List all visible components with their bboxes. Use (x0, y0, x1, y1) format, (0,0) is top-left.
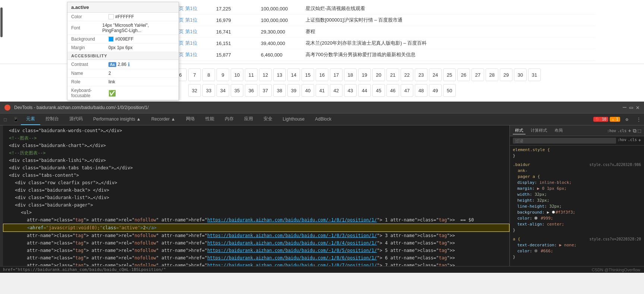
page-button[interactable]: 33 (202, 84, 215, 97)
device-toolbar-button[interactable]: 📱 (10, 114, 21, 125)
page-button[interactable]: 19 (358, 68, 371, 81)
html-line[interactable]: <!--历史图表--> (3, 149, 509, 157)
html-line[interactable]: <div class="baidurank-lishi">…</div> (3, 157, 509, 164)
html-line[interactable]: <div class="baidurank-tabs tabs-index">…… (3, 164, 509, 172)
maximize-button[interactable]: ▭ (629, 104, 633, 111)
inspect-element-button[interactable]: ⬚ (0, 114, 10, 125)
html-line[interactable]: <div class="baidurank-words-count">…</di… (3, 127, 509, 134)
page-button[interactable]: 25 (443, 68, 456, 81)
page-button[interactable]: 23 (415, 68, 427, 81)
page-button[interactable]: 45 (372, 84, 385, 97)
page-button[interactable]: 37 (259, 84, 272, 97)
page-button[interactable]: 38 (273, 84, 286, 97)
page-button[interactable]: 48 (415, 84, 427, 97)
page-button[interactable]: 47 (401, 84, 413, 97)
page-button[interactable]: 7 (188, 68, 201, 81)
devtools-panel: DevTools - baidurank.aizhan.com/baidu/ba… (0, 102, 644, 273)
html-line[interactable]: <div class="tabs-content"> (3, 172, 509, 179)
page-button[interactable]: 46 (386, 84, 399, 97)
devtools-title: DevTools - baidurank.aizhan.com/baidu/ba… (14, 105, 149, 110)
tab-sources[interactable]: 源代码 (64, 114, 88, 125)
html-line[interactable]: attr-name">class="tag"> attr-name">rel="… (3, 216, 509, 224)
page-button[interactable]: 29 (500, 68, 512, 81)
page-button[interactable]: 30 (514, 68, 527, 81)
close-button[interactable]: ✕ (636, 104, 640, 111)
page-button[interactable]: 49 (429, 84, 442, 97)
page-button[interactable]: 11 (245, 68, 258, 81)
html-line[interactable]: <div class="baidurank-back"> </div> (3, 186, 509, 194)
html-line[interactable]: <div class="baidurank-chart">…</div> (3, 142, 509, 149)
page-button[interactable]: 28 (486, 68, 498, 81)
page-button[interactable]: 18 (344, 68, 357, 81)
html-line[interactable]: <a href="javascript:void(0);" class="act… (3, 224, 509, 232)
page-button[interactable]: 17 (330, 68, 342, 81)
expand-style-button[interactable]: ⬚ (638, 128, 641, 134)
page-button[interactable]: 34 (217, 84, 229, 97)
tab-performance[interactable]: 性能 (200, 114, 220, 125)
html-line[interactable]: attr-name">class="tag"> attr-name">rel="… (3, 247, 509, 254)
page-button[interactable]: 35 (231, 84, 243, 97)
minimize-button[interactable]: ─ (623, 104, 626, 111)
page-button[interactable]: 15 (302, 68, 314, 81)
page-button[interactable]: 8 (202, 68, 215, 81)
html-line[interactable]: <ul> (3, 209, 509, 216)
page-button[interactable]: 31 (528, 68, 541, 81)
hov-filter-button[interactable]: :hov (618, 138, 626, 144)
page-button[interactable]: 27 (471, 68, 484, 81)
cls-filter-button[interactable]: .cls (628, 138, 637, 144)
page-button[interactable]: 39 (287, 84, 300, 97)
html-line[interactable]: attr-name">class="tag"> attr-name">rel="… (3, 262, 509, 266)
page-button[interactable]: 22 (401, 68, 413, 81)
page-button[interactable]: 43 (344, 84, 357, 97)
page-button[interactable]: 32 (188, 84, 201, 97)
page-button[interactable]: 21 (386, 68, 399, 81)
tab-application[interactable]: 应用 (239, 114, 258, 125)
tab-performance-insights[interactable]: Performance insights ▲ (88, 114, 146, 125)
more-options-button[interactable]: ⋮ (634, 114, 644, 125)
hov-button[interactable]: :hov (607, 129, 616, 133)
elements-panel[interactable]: <div class="baidurank-words-count">…</di… (3, 125, 510, 266)
html-line[interactable]: <!--图表--> (3, 134, 509, 142)
page-button[interactable]: 24 (429, 68, 442, 81)
add-rule-button[interactable]: + (638, 138, 641, 144)
cls-button[interactable]: .cls (618, 129, 626, 133)
page-button[interactable]: 42 (330, 84, 342, 97)
info-icon[interactable]: ℹ (128, 61, 130, 67)
page-button[interactable]: 9 (217, 68, 229, 81)
styles-tab-styles[interactable]: 样式 (513, 127, 525, 134)
tab-memory[interactable]: 内存 (220, 114, 239, 125)
settings-button[interactable]: ⚙ (622, 114, 632, 125)
page-button[interactable]: 41 (316, 84, 328, 97)
page-button[interactable]: 20 (372, 68, 385, 81)
styles-tab-computed[interactable]: 计算样式 (528, 127, 549, 134)
html-line[interactable]: <div class="row clearfix posr">…</div> (3, 179, 509, 186)
page-button[interactable]: 36 (245, 84, 258, 97)
html-line[interactable]: attr-name">class="tag"> attr-name">rel="… (3, 239, 509, 247)
page-button[interactable]: 16 (316, 68, 328, 81)
html-line[interactable]: <div class="baidurank-pager"> (3, 201, 509, 209)
add-style-button[interactable]: + (628, 128, 631, 134)
tab-adblock[interactable]: AdBlock (310, 114, 337, 125)
tab-security[interactable]: 安全 (258, 114, 278, 125)
page-button[interactable]: 26 (457, 68, 470, 81)
tab-console[interactable]: 控制台 (40, 114, 64, 125)
page-button[interactable]: 44 (358, 84, 371, 97)
page-button[interactable]: 10 (231, 68, 243, 81)
tab-network[interactable]: 网络 (181, 114, 200, 125)
tab-lighthouse[interactable]: Lighthouse (278, 114, 310, 125)
html-line[interactable]: attr-name">class="tag"> attr-name">rel="… (3, 232, 509, 239)
page-button[interactable]: 12 (259, 68, 272, 81)
html-line[interactable]: <div class="baidurank-list">…</div> (3, 194, 509, 201)
html-line[interactable]: attr-name">class="tag"> attr-name">rel="… (3, 254, 509, 262)
copy-style-button[interactable]: ⧉ (633, 128, 637, 134)
page-button[interactable]: 13 (273, 68, 286, 81)
styles-tab-layout[interactable]: 布局 (552, 127, 565, 134)
page-button[interactable]: 14 (287, 68, 300, 81)
tab-elements[interactable]: 元素 (21, 114, 40, 125)
devtools-window-controls: ─ ▭ ✕ (623, 104, 640, 111)
page-button[interactable]: 40 (302, 84, 314, 97)
tab-recorder[interactable]: Recorder ▲ (146, 114, 181, 125)
tooltip-name-value: 2 (108, 71, 111, 76)
styles-filter-input[interactable] (513, 138, 616, 144)
page-button[interactable]: 50 (443, 84, 456, 97)
